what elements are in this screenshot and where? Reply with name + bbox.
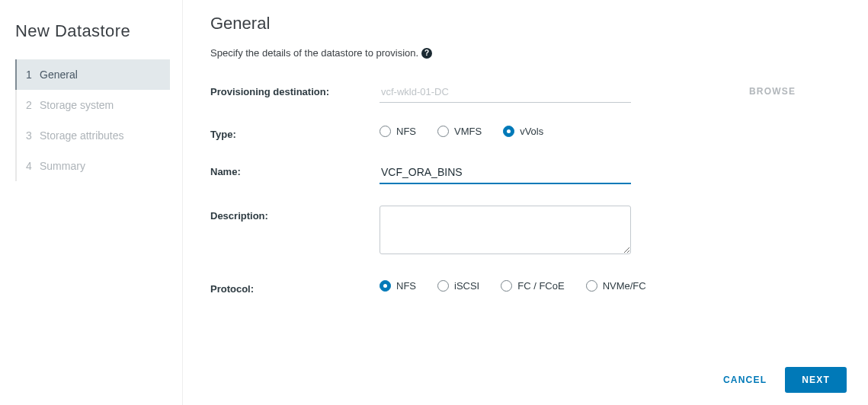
step-storage-system[interactable]: 2 Storage system bbox=[15, 90, 170, 120]
name-input[interactable] bbox=[380, 161, 631, 184]
description-textarea[interactable] bbox=[380, 206, 631, 254]
wizard-sidebar: New Datastore 1 General 2 Storage system… bbox=[0, 0, 183, 405]
radio-icon bbox=[501, 280, 512, 292]
radio-label: NFS bbox=[396, 280, 416, 292]
page-heading: General bbox=[210, 14, 841, 33]
type-option-vvols[interactable]: vVols bbox=[503, 126, 543, 137]
help-icon[interactable]: ? bbox=[421, 48, 432, 59]
destination-input[interactable] bbox=[380, 81, 631, 103]
protocol-radio-group: NFS iSCSI FC / FCoE NVMe/FC bbox=[380, 279, 740, 292]
step-label: General bbox=[40, 69, 78, 81]
description-label: Description: bbox=[210, 206, 370, 222]
radio-label: VMFS bbox=[454, 126, 482, 137]
step-number: 2 bbox=[26, 99, 34, 111]
wizard-title: New Datastore bbox=[0, 14, 182, 59]
page-subtext: Specify the details of the datastore to … bbox=[210, 47, 841, 59]
radio-icon bbox=[380, 126, 391, 137]
radio-icon bbox=[437, 280, 449, 292]
step-label: Storage attributes bbox=[40, 129, 124, 142]
step-number: 1 bbox=[26, 69, 34, 81]
step-label: Summary bbox=[40, 160, 85, 172]
protocol-option-iscsi[interactable]: iSCSI bbox=[437, 280, 479, 292]
radio-icon bbox=[380, 280, 391, 292]
radio-label: NFS bbox=[396, 126, 416, 137]
browse-button[interactable]: BROWSE bbox=[749, 81, 841, 97]
radio-icon bbox=[437, 126, 449, 137]
radio-icon bbox=[503, 126, 514, 137]
step-label: Storage system bbox=[40, 99, 114, 111]
wizard-steps: 1 General 2 Storage system 3 Storage att… bbox=[15, 59, 170, 181]
protocol-option-nfs[interactable]: NFS bbox=[380, 280, 416, 292]
radio-label: FC / FCoE bbox=[517, 280, 564, 292]
radio-icon bbox=[586, 280, 597, 292]
radio-label: vVols bbox=[520, 126, 543, 137]
cancel-button[interactable]: CANCEL bbox=[719, 368, 771, 391]
protocol-option-fc-fcoe[interactable]: FC / FCoE bbox=[501, 280, 564, 292]
name-label: Name: bbox=[210, 161, 370, 177]
step-general[interactable]: 1 General bbox=[15, 59, 170, 90]
step-number: 3 bbox=[26, 129, 34, 142]
next-button[interactable]: NEXT bbox=[785, 367, 847, 393]
type-option-nfs[interactable]: NFS bbox=[380, 126, 416, 137]
wizard-footer: CANCEL NEXT bbox=[719, 367, 847, 393]
destination-label: Provisioning destination: bbox=[210, 81, 370, 97]
protocol-option-nvmefc[interactable]: NVMe/FC bbox=[586, 280, 646, 292]
step-storage-attributes[interactable]: 3 Storage attributes bbox=[15, 120, 170, 151]
step-summary[interactable]: 4 Summary bbox=[15, 151, 170, 181]
general-form: Provisioning destination: BROWSE Type: N… bbox=[210, 81, 841, 295]
type-option-vmfs[interactable]: VMFS bbox=[437, 126, 482, 137]
radio-label: iSCSI bbox=[454, 280, 479, 292]
type-label: Type: bbox=[210, 124, 370, 140]
type-radio-group: NFS VMFS vVols bbox=[380, 124, 740, 137]
protocol-label: Protocol: bbox=[210, 279, 370, 295]
radio-label: NVMe/FC bbox=[603, 280, 646, 292]
main-panel: General Specify the details of the datas… bbox=[183, 0, 868, 405]
step-number: 4 bbox=[26, 160, 34, 172]
page-subtext-text: Specify the details of the datastore to … bbox=[210, 47, 418, 59]
